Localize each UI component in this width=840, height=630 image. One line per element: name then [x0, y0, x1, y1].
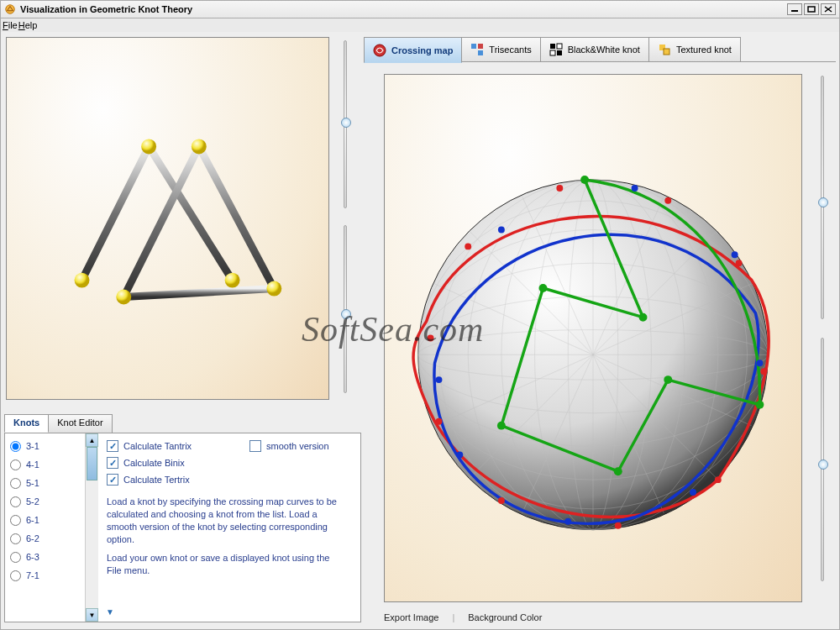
scroll-track[interactable] [86, 447, 98, 608]
svg-point-49 [664, 197, 671, 204]
svg-rect-21 [550, 44, 555, 49]
slider-thumb[interactable] [818, 459, 828, 470]
svg-point-54 [498, 497, 505, 504]
crossing-map-icon [373, 44, 386, 57]
knot-list-scrollbar[interactable]: ▲ ▼ [85, 433, 98, 622]
svg-point-64 [580, 176, 589, 184]
slider-thumb[interactable] [341, 118, 351, 128]
slider-thumb[interactable] [818, 197, 828, 207]
tab-knot-editor[interactable]: Knot Editor [48, 414, 112, 433]
svg-point-67 [497, 422, 506, 430]
svg-point-62 [564, 518, 571, 525]
scroll-up-button[interactable]: ▲ [86, 433, 98, 447]
svg-point-68 [614, 467, 622, 475]
tab-textured-knot[interactable]: Textured knot [648, 37, 741, 62]
right-slider-2[interactable] [816, 338, 829, 581]
right-pane: Crossing map Trisecants Black&White knot… [364, 35, 836, 626]
checkbox-icon [107, 440, 118, 452]
svg-rect-18 [471, 44, 476, 49]
left-slider-2[interactable] [339, 225, 352, 393]
checkbox-icon [107, 474, 118, 486]
background-color-button[interactable]: Background Color [468, 612, 542, 622]
svg-point-17 [374, 45, 386, 56]
trisecants-icon [470, 43, 484, 56]
svg-point-50 [736, 260, 743, 266]
knot-list-item[interactable]: 4-1 [7, 455, 83, 474]
app-icon [4, 3, 16, 15]
svg-point-66 [539, 284, 548, 292]
svg-rect-2 [808, 7, 815, 12]
left-slider-1[interactable] [339, 40, 352, 208]
tab-trisecants[interactable]: Trisecants [461, 37, 540, 62]
knot-list-item[interactable]: 5-2 [7, 492, 83, 511]
svg-point-15 [116, 290, 131, 305]
knot-options: Calculate Tantrix Calculate Binix Calcul… [98, 433, 360, 622]
svg-point-11 [141, 139, 156, 154]
bw-knot-icon [549, 43, 563, 56]
svg-point-65 [639, 313, 648, 322]
svg-point-48 [556, 185, 563, 192]
knot-list-item[interactable]: 5-1 [7, 474, 83, 492]
svg-point-13 [75, 273, 90, 288]
checkbox-tertrix[interactable]: Calculate Tertrix [107, 474, 352, 486]
svg-line-9 [199, 146, 275, 288]
tab-crossing-map[interactable]: Crossing map [364, 37, 462, 63]
right-slider-1[interactable] [816, 76, 829, 319]
svg-point-12 [192, 139, 207, 154]
svg-point-53 [615, 522, 622, 529]
menubar: File Help [0, 18, 840, 32]
svg-rect-24 [550, 50, 555, 55]
svg-rect-26 [664, 49, 669, 55]
menu-file[interactable]: File [3, 20, 18, 30]
scroll-thumb[interactable] [87, 447, 97, 480]
viz-tabs: Crossing map Trisecants Black&White knot… [364, 35, 836, 62]
knot-list-item[interactable]: 6-3 [7, 548, 83, 566]
menu-help[interactable]: Help [18, 20, 38, 30]
crossing-map-view[interactable] [384, 74, 802, 602]
checkbox-smooth[interactable]: smooth version [249, 440, 329, 452]
svg-point-57 [498, 227, 505, 234]
svg-point-60 [756, 360, 763, 366]
maximize-button[interactable] [804, 3, 819, 15]
knot-list-item[interactable]: 3-1 [7, 437, 83, 455]
knot-list-item[interactable]: 6-2 [7, 529, 83, 548]
svg-point-59 [732, 251, 738, 258]
tab-knots[interactable]: Knots [4, 414, 49, 433]
help-text: Load a knot by specifying the crossing m… [107, 496, 342, 577]
expand-icon[interactable]: ▼ [105, 606, 115, 617]
slider-thumb[interactable] [341, 309, 351, 319]
tab-blackwhite-knot[interactable]: Black&White knot [540, 37, 649, 62]
knot-list-item[interactable]: 7-1 [7, 566, 83, 585]
svg-point-16 [266, 281, 281, 297]
checkbox-icon [249, 440, 261, 452]
svg-point-70 [755, 401, 764, 409]
svg-point-55 [436, 418, 443, 425]
scroll-down-button[interactable]: ▼ [86, 608, 98, 622]
window-title: Visualization in Geometric Knot Theory [20, 4, 785, 14]
svg-line-10 [123, 289, 274, 297]
svg-rect-22 [557, 50, 562, 55]
close-button[interactable] [821, 3, 836, 15]
titlebar: Visualization in Geometric Knot Theory [0, 0, 840, 18]
checkbox-icon [107, 457, 118, 469]
svg-point-69 [664, 375, 672, 384]
knot-panel: Knots Knot Editor 3-1 4-1 5-1 5-2 6-1 6-… [4, 414, 361, 622]
knot-list-item[interactable]: 6-1 [7, 511, 83, 529]
separator: | [452, 612, 454, 622]
svg-point-47 [465, 243, 471, 249]
svg-point-61 [690, 489, 696, 496]
svg-point-46 [428, 335, 434, 342]
viz-bottom-bar: Export Image | Background Color [384, 609, 836, 626]
textured-knot-icon [658, 43, 671, 56]
svg-rect-23 [557, 44, 562, 49]
svg-rect-20 [478, 44, 483, 49]
knot-list: 3-1 4-1 5-1 5-2 6-1 6-2 6-3 7-1 [5, 433, 85, 622]
knot-3d-view[interactable] [6, 37, 329, 400]
export-image-button[interactable]: Export Image [384, 612, 438, 622]
svg-point-56 [436, 376, 443, 383]
checkbox-binix[interactable]: Calculate Binix [107, 457, 352, 469]
minimize-button[interactable] [787, 3, 802, 15]
svg-point-51 [760, 368, 767, 375]
svg-rect-19 [478, 50, 483, 55]
svg-point-63 [456, 451, 463, 458]
